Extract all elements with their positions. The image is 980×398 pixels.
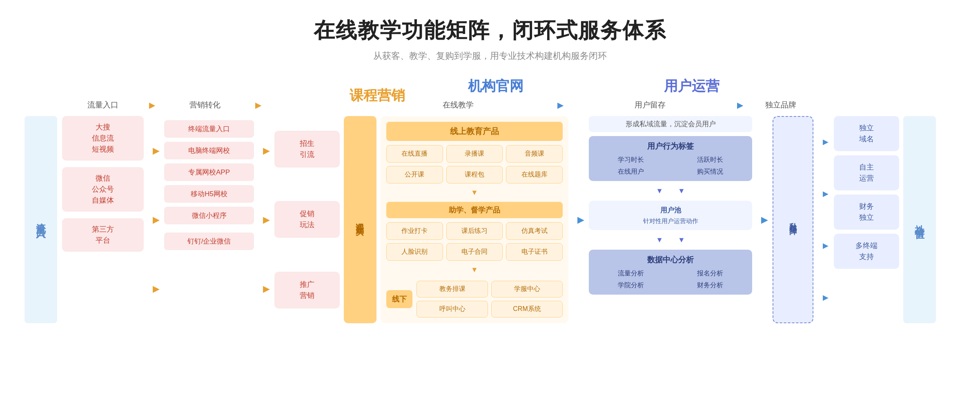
- offline-label: 线下: [386, 290, 412, 308]
- ot-cell-5: 在线题库: [506, 166, 563, 183]
- promo-item-1: 促销 玩法: [274, 201, 340, 238]
- ur-pool-title: 用户池: [593, 206, 748, 215]
- ur-b-cell-1: 活跃时长: [672, 156, 748, 164]
- mkt-item-3: 移动H5网校: [164, 185, 254, 203]
- brand-item-0: 独立 域名: [834, 116, 899, 151]
- arrow-4: ▶: [761, 215, 768, 225]
- ur-down-arrow-2: ▼ ▼: [589, 235, 752, 245]
- flow-arrow-4: ▶: [737, 101, 743, 110]
- main-layout: 流量入口 大搜 信息流 短视频 微信 公众号 自媒体 第三方 平台: [24, 116, 956, 323]
- arrow-col-4: ▶: [756, 116, 773, 323]
- flow-label-retain: 用户留存: [635, 101, 666, 109]
- arrow-col-2: ▶ ▶ ▶: [258, 116, 274, 323]
- left-label-traffic: 流量入口: [24, 116, 57, 323]
- offline-cell-2: 呼叫中心: [416, 301, 488, 318]
- category-header-row: 课程营销 机构官网 用户运营: [24, 77, 956, 96]
- offline-cell-3: CRM系统: [491, 301, 563, 318]
- flow-arrow-3: ▶: [557, 101, 564, 110]
- arrow-1b: ▶: [153, 215, 160, 225]
- offline-grid: 教务排课 学服中心 呼叫中心 CRM系统: [416, 281, 563, 318]
- ur-pool-sub: 针对性用户运营动作: [593, 217, 748, 225]
- arrow-5b: ▶: [823, 189, 829, 198]
- arrow-2c: ▶: [263, 284, 270, 294]
- assist-cell-5: 电子证书: [506, 243, 563, 261]
- down-arrow-2: ▼: [386, 266, 563, 274]
- ot-cell-2: 音频课: [506, 145, 563, 163]
- offline-cell-0: 教务排课: [416, 281, 488, 297]
- ot-cell-3: 公开课: [386, 166, 443, 183]
- promo-item-0: 招生 引流: [274, 131, 340, 168]
- ur-d-cell-0: 流量分析: [593, 269, 669, 278]
- ur-data-title: 数据中心分析: [593, 255, 748, 265]
- mkt-conv-col: 终端流量入口 电脑终端网校 专属网校APP 移动H5网校 微信小程序 钉钉/企业…: [164, 116, 254, 323]
- private-matrix-box: 私域矩阵: [773, 116, 813, 323]
- page-container: 在线教学功能矩阵，闭环式服务体系 从获客、教学、复购到学服，用专业技术构建机构服…: [0, 0, 980, 398]
- mkt-item-2: 专属网校APP: [164, 163, 254, 181]
- assist-cell-1: 课后练习: [446, 222, 503, 240]
- ur-d-cell-1: 报名分析: [672, 269, 748, 278]
- arrow-2b: ▶: [263, 215, 270, 225]
- traffic-sources-col: 大搜 信息流 短视频 微信 公众号 自媒体 第三方 平台: [62, 116, 144, 323]
- course-buy-box: 课程购买: [344, 116, 376, 323]
- arrow-5c: ▶: [823, 241, 829, 250]
- header: 在线教学功能矩阵，闭环式服务体系 从获客、教学、复购到学服，用专业技术构建机构服…: [24, 16, 956, 62]
- ot-cell-0: 在线直播: [386, 145, 443, 163]
- arrow-2a: ▶: [263, 145, 270, 156]
- ur-behavior-grid: 学习时长 活跃时长 在线用户 购买情况: [593, 156, 748, 176]
- arrow-col-5: ▶ ▶ ▶ ▶: [817, 116, 834, 323]
- ur-b-cell-3: 购买情况: [672, 168, 748, 176]
- ur-b-cell-2: 在线用户: [593, 168, 669, 176]
- offline-row: 线下 教务排课 学服中心 呼叫中心 CRM系统: [386, 281, 563, 318]
- flow-arrow-1: ▶: [149, 101, 155, 110]
- online-prod-header: 线上教育产品: [386, 122, 563, 141]
- assist-cell-2: 仿真考试: [506, 222, 563, 240]
- mkt-item-4: 微信小程序: [164, 207, 254, 224]
- diagram-wrapper: 课程营销 机构官网 用户运营 流量入口 ▶ 营销转化 ▶ 在线教学 ▶ 用户留存…: [24, 77, 956, 323]
- mkt-item-0: 终端流量入口: [164, 120, 254, 138]
- flow-label-brand: 独立品牌: [765, 101, 796, 109]
- ur-behavior-box: 用户行为标签 学习时长 活跃时长 在线用户 购买情况: [589, 136, 752, 181]
- ur-d-cell-3: 财务分析: [672, 281, 748, 290]
- assist-grid: 作业打卡 课后练习 仿真考试 人脸识别 电子合同 电子证书: [386, 222, 563, 261]
- ot-cell-1: 录播课: [446, 145, 503, 163]
- brand-item-2: 财务 独立: [834, 195, 899, 230]
- arrow-col-3: ▶: [572, 116, 589, 323]
- ur-d-cell-2: 学院分析: [593, 281, 669, 290]
- brand-item-3: 多终端 支持: [834, 234, 899, 269]
- ur-pool-box: 用户池 针对性用户运营动作: [589, 201, 752, 230]
- ur-top-text: 形成私域流量，沉淀会员用户: [589, 116, 752, 132]
- user-retain-col: 形成私域流量，沉淀会员用户 用户行为标签 学习时长 活跃时长 在线用户 购买情况…: [589, 116, 752, 323]
- flow-label-traffic: 流量入口: [87, 101, 118, 109]
- brand-col: 独立 域名 自主 运营 财务 独立 多终端 支持: [834, 116, 899, 323]
- category-marketing: 课程营销: [350, 87, 405, 103]
- page-subtitle: 从获客、教学、复购到学服，用专业技术构建机构服务闭环: [24, 50, 956, 62]
- arrow-1a: ▶: [153, 145, 160, 156]
- online-teach-col: 线上教育产品 在线直播 录播课 音频课 公开课 课程包 在线题库 ▼ 助学、督学…: [381, 116, 568, 323]
- ur-behavior-title: 用户行为标签: [593, 141, 748, 152]
- assist-cell-0: 作业打卡: [386, 222, 443, 240]
- page-title: 在线教学功能矩阵，闭环式服务体系: [24, 16, 956, 45]
- promo-item-2: 推广 营销: [274, 272, 340, 309]
- mkt-item-1: 电脑终端网校: [164, 142, 254, 159]
- promo-col: 招生 引流 促销 玩法 推广 营销: [274, 116, 340, 323]
- ur-data-box: 数据中心分析 流量分析 报名分析 学院分析 财务分析: [589, 250, 752, 295]
- arrow-col-1: ▶ ▶ ▶: [148, 116, 164, 323]
- category-user-ops: 用户运营: [664, 78, 719, 94]
- ur-down-arrow-1: ▼ ▼: [589, 186, 752, 196]
- ot-cell-4: 课程包: [446, 166, 503, 183]
- down-arrow-1: ▼: [386, 188, 563, 197]
- traffic-source-2: 第三方 平台: [62, 218, 144, 252]
- arrow-5d: ▶: [823, 293, 829, 302]
- assist-header: 助学、督学产品: [386, 202, 563, 218]
- arrow-3: ▶: [577, 215, 584, 225]
- offline-cell-1: 学服中心: [491, 281, 563, 297]
- flow-label-mktconv: 营销转化: [189, 101, 220, 109]
- ur-data-grid: 流量分析 报名分析 学院分析 财务分析: [593, 269, 748, 290]
- traffic-source-1: 微信 公众号 自媒体: [62, 167, 144, 212]
- arrow-1c: ▶: [153, 284, 160, 294]
- right-label-social: 社会价值: [903, 116, 936, 323]
- arrow-5a: ▶: [823, 137, 829, 146]
- online-prod-grid: 在线直播 录播课 音频课 公开课 课程包 在线题库: [386, 145, 563, 183]
- assist-cell-3: 人脸识别: [386, 243, 443, 261]
- mkt-item-5: 钉钉/企业微信: [164, 233, 254, 250]
